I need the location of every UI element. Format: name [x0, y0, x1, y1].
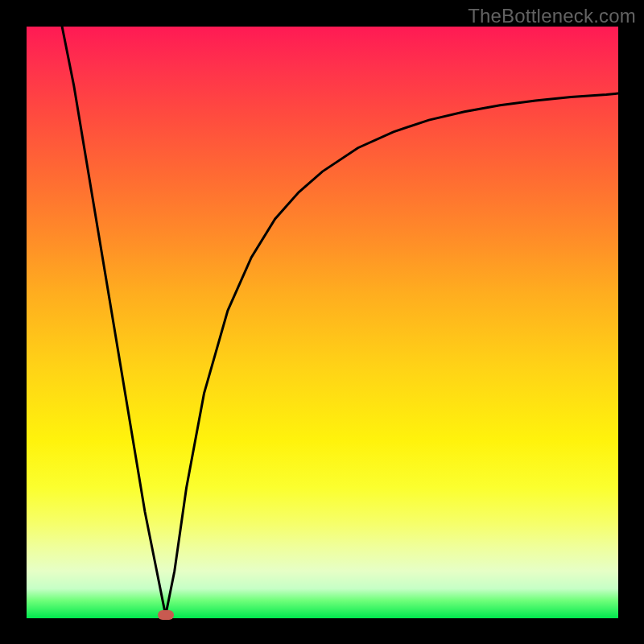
bottleneck-curve [62, 27, 618, 615]
curve-svg [27, 27, 618, 618]
minimum-marker [158, 610, 174, 620]
plot-area [27, 27, 618, 618]
watermark-text: TheBottleneck.com [468, 5, 636, 27]
chart-frame: TheBottleneck.com [0, 0, 644, 644]
